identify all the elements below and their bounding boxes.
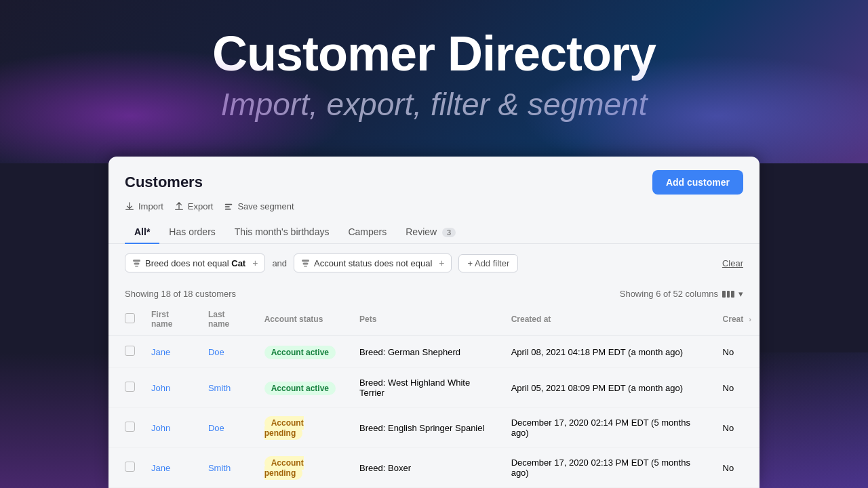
columns-count: Showing 6 of 52 columns	[620, 289, 718, 299]
columns-chevron-icon: ▾	[738, 289, 743, 299]
segment-icon	[224, 202, 233, 211]
filter-row: Breed does not equal Cat + and Account s…	[108, 244, 760, 282]
review-badge: 3	[442, 228, 456, 237]
svg-rect-2	[225, 208, 231, 209]
row3-extra: No	[715, 408, 760, 448]
add-customer-button[interactable]: Add customer	[652, 170, 743, 195]
svg-rect-3	[133, 260, 140, 262]
tab-has-orders[interactable]: Has orders	[159, 221, 224, 244]
table-row: John Doe Account pending Breed: English …	[108, 408, 760, 448]
row3-created: December 17, 2020 02:14 PM EDT (5 months…	[503, 408, 715, 448]
filter1-icon	[132, 259, 141, 268]
tab-review[interactable]: Review 3	[396, 221, 465, 244]
results-info: Showing 18 of 18 customers Showing 6 of …	[108, 282, 760, 303]
svg-rect-4	[134, 262, 140, 264]
row2-created: April 05, 2021 08:09 PM EDT (a month ago…	[503, 368, 715, 408]
tabs-bar: All* Has orders This month's birthdays C…	[108, 211, 760, 244]
filter-chip-breed[interactable]: Breed does not equal Cat +	[125, 253, 265, 272]
table-body: Jane Doe Account active Breed: German Sh…	[108, 336, 760, 488]
row2-status-badge: Account active	[264, 382, 336, 395]
row4-created: December 17, 2020 02:13 PM EDT (5 months…	[503, 448, 715, 488]
row1-extra: No	[715, 336, 760, 368]
row2-last-name-link[interactable]: Smith	[208, 383, 231, 393]
row4-last-name-link[interactable]: Smith	[208, 463, 231, 473]
row4-extra: No	[715, 448, 760, 488]
row4-status-badge: Account pending	[264, 456, 304, 480]
row2-extra: No	[715, 368, 760, 408]
row1-first-name: Jane	[143, 336, 200, 368]
row2-last-name: Smith	[200, 368, 256, 408]
tab-campers[interactable]: Campers	[338, 221, 396, 244]
scroll-right-icon[interactable]: ›	[749, 315, 751, 323]
th-created-at[interactable]: Created at	[503, 303, 715, 336]
export-icon	[174, 202, 184, 211]
row2-checkbox-cell	[108, 368, 143, 408]
row1-first-name-link[interactable]: Jane	[151, 347, 170, 357]
panel-title: Customers	[125, 174, 203, 191]
row4-checkbox-cell	[108, 448, 143, 488]
export-button[interactable]: Export	[174, 201, 214, 211]
row1-created: April 08, 2021 04:18 PM EDT (a month ago…	[503, 336, 715, 368]
save-segment-button[interactable]: Save segment	[224, 201, 294, 211]
row4-checkbox[interactable]	[125, 462, 135, 472]
svg-rect-5	[135, 266, 138, 267]
table-row: Jane Smith Account pending Breed: Boxer …	[108, 448, 760, 488]
th-account-status[interactable]: Account status	[256, 303, 351, 336]
customers-table-wrapper: First name Last name Account status Pets…	[108, 303, 760, 488]
filter-chip-status[interactable]: Account status does not equal +	[294, 253, 452, 272]
row1-checkbox[interactable]	[125, 346, 135, 356]
row1-checkbox-cell	[108, 336, 143, 368]
columns-grid-icon	[722, 291, 734, 298]
hero-subtitle: Import, export, filter & segment	[0, 86, 868, 123]
hero-section: Customer Directory Import, export, filte…	[0, 0, 868, 163]
tab-all[interactable]: All*	[125, 221, 159, 244]
table-row: Jane Doe Account active Breed: German Sh…	[108, 336, 760, 368]
clear-filters-link[interactable]: Clear	[722, 258, 743, 268]
table-row: John Smith Account active Breed: West Hi…	[108, 368, 760, 408]
svg-rect-1	[225, 206, 230, 207]
th-extra[interactable]: Creat ›	[715, 303, 760, 336]
row2-status: Account active	[256, 368, 351, 408]
svg-rect-8	[304, 266, 307, 267]
row2-first-name: John	[143, 368, 200, 408]
row4-first-name-link[interactable]: Jane	[151, 463, 170, 473]
row3-first-name-link[interactable]: John	[151, 423, 170, 433]
hero-title: Customer Directory	[0, 27, 868, 81]
row1-status: Account active	[256, 336, 351, 368]
row1-last-name: Doe	[200, 336, 256, 368]
customers-table: First name Last name Account status Pets…	[108, 303, 760, 488]
row1-status-badge: Account active	[264, 346, 336, 359]
row3-last-name-link[interactable]: Doe	[208, 423, 224, 433]
columns-selector[interactable]: Showing 6 of 52 columns ▾	[620, 289, 743, 299]
row3-checkbox-cell	[108, 408, 143, 448]
row3-status: Account pending	[256, 408, 351, 448]
filter2-icon	[301, 259, 310, 268]
row3-last-name: Doe	[200, 408, 256, 448]
import-icon	[125, 202, 134, 211]
row2-pets: Breed: West Highland White Terrier	[351, 368, 503, 408]
row4-pets: Breed: Boxer	[351, 448, 503, 488]
th-last-name[interactable]: Last name	[200, 303, 256, 336]
row1-last-name-link[interactable]: Doe	[208, 347, 224, 357]
panel-header: Customers Add customer	[108, 157, 760, 195]
tab-birthdays[interactable]: This month's birthdays	[225, 221, 339, 244]
filter-connector: and	[272, 258, 287, 268]
add-filter-button[interactable]: + Add filter	[458, 254, 518, 272]
row3-first-name: John	[143, 408, 200, 448]
row1-pets: Breed: German Shepherd	[351, 336, 503, 368]
svg-rect-7	[303, 262, 309, 264]
row3-status-badge: Account pending	[264, 416, 304, 440]
row4-first-name: Jane	[143, 448, 200, 488]
import-button[interactable]: Import	[125, 201, 163, 211]
toolbar: Import Export Save segment	[108, 195, 760, 211]
row2-first-name-link[interactable]: John	[151, 383, 170, 393]
select-all-checkbox[interactable]	[125, 313, 135, 323]
main-panel: Customers Add customer Import Export Sav…	[108, 157, 760, 488]
row2-checkbox[interactable]	[125, 382, 135, 392]
th-first-name[interactable]: First name	[143, 303, 200, 336]
row4-last-name: Smith	[200, 448, 256, 488]
svg-rect-0	[225, 203, 233, 205]
th-pets[interactable]: Pets	[351, 303, 503, 336]
row3-checkbox[interactable]	[125, 422, 135, 432]
table-header-row: First name Last name Account status Pets…	[108, 303, 760, 336]
